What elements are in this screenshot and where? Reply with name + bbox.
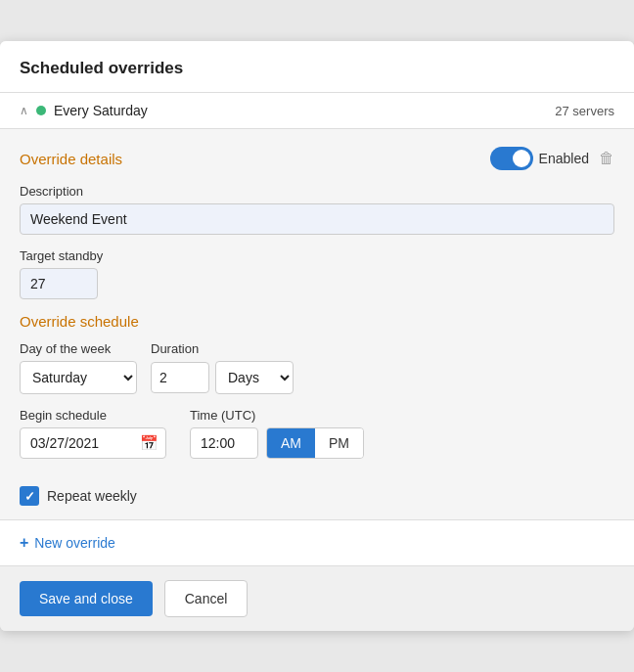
date-input-wrap: 📅 (20, 427, 166, 459)
description-label: Description (20, 184, 614, 199)
modal: Scheduled overrides ∧ Every Saturday 27 … (0, 41, 634, 631)
toggle-thumb (513, 150, 530, 167)
trash-icon[interactable]: 🗑 (599, 150, 614, 167)
schedule-row-left: ∧ Every Saturday (20, 103, 148, 118)
day-group: Day of the week Saturday Sunday Monday T… (20, 341, 137, 394)
schedule-row: ∧ Every Saturday 27 servers (0, 93, 634, 129)
time-label: Time (UTC) (190, 408, 364, 423)
calendar-icon[interactable]: 📅 (140, 434, 158, 452)
modal-footer: Save and close Cancel (0, 565, 634, 631)
description-input[interactable] (20, 203, 614, 235)
schedule-grid: Day of the week Saturday Sunday Monday T… (20, 341, 614, 394)
begin-group: Begin schedule 📅 (20, 408, 166, 459)
schedule-name: Every Saturday (54, 103, 148, 118)
save-and-close-button[interactable]: Save and close (20, 581, 153, 616)
checkmark-icon: ✓ (24, 489, 35, 504)
override-controls: Enabled 🗑 (490, 147, 614, 170)
time-group: Time (UTC) AM PM (190, 408, 364, 459)
modal-header: Scheduled overrides (0, 41, 634, 93)
servers-count: 27 servers (555, 104, 614, 118)
am-button[interactable]: AM (267, 428, 315, 458)
target-standby-input[interactable] (20, 268, 98, 299)
enabled-toggle[interactable] (490, 147, 533, 170)
override-header-row: Override details Enabled 🗑 (20, 147, 614, 170)
pm-button[interactable]: PM (315, 428, 363, 458)
duration-number-input[interactable] (151, 362, 209, 393)
cancel-button[interactable]: Cancel (164, 580, 249, 617)
enabled-label: Enabled (539, 151, 589, 166)
target-standby-group: Target standby (20, 248, 614, 299)
repeat-weekly-label: Repeat weekly (47, 488, 137, 504)
begin-time-row: Begin schedule 📅 Time (UTC) AM PM (20, 408, 614, 472)
time-row: AM PM (190, 427, 364, 459)
description-group: Description (20, 184, 614, 235)
ampm-group: AM PM (266, 427, 364, 459)
repeat-weekly-row: ✓ Repeat weekly (20, 486, 614, 506)
duration-unit-select[interactable]: Days Hours Weeks (215, 361, 294, 394)
new-override-label: New override (34, 535, 114, 551)
duration-label: Duration (151, 341, 294, 356)
schedule-section-title: Override schedule (20, 313, 614, 330)
modal-title: Scheduled overrides (20, 59, 614, 78)
duration-inputs: Days Hours Weeks (151, 361, 294, 394)
plus-icon: + (20, 534, 28, 552)
new-override-row[interactable]: + New override (0, 519, 634, 565)
status-dot (36, 106, 46, 115)
day-label: Day of the week (20, 341, 137, 356)
repeat-weekly-checkbox[interactable]: ✓ (20, 486, 39, 506)
time-input[interactable] (190, 427, 258, 459)
duration-group: Duration Days Hours Weeks (151, 341, 294, 394)
override-details-label: Override details (20, 151, 122, 167)
toggle-track[interactable] (490, 147, 533, 170)
begin-label: Begin schedule (20, 408, 166, 423)
chevron-up-icon[interactable]: ∧ (20, 104, 28, 117)
toggle-container: Enabled (490, 147, 589, 170)
target-standby-label: Target standby (20, 248, 614, 263)
override-body: Override details Enabled 🗑 Description (0, 129, 634, 519)
day-select[interactable]: Saturday Sunday Monday Tuesday Wednesday… (20, 361, 137, 394)
